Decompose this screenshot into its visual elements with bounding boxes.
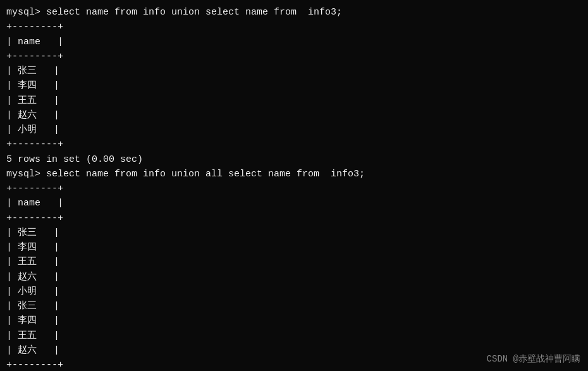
terminal-line-row2_6: | 张三 | <box>6 299 582 313</box>
terminal-line-row2_1: | 张三 | <box>6 226 582 240</box>
terminal-line-row2_4: | 赵六 | <box>6 270 582 284</box>
terminal-line-summary1: 5 rows in set (0.00 sec) <box>6 152 582 167</box>
terminal-line-border1: +--------+ <box>6 20 582 34</box>
terminal-line-border4: +--------+ <box>6 181 582 196</box>
terminal-line-border5: +--------+ <box>6 211 582 226</box>
terminal-line-row2_7: | 李四 | <box>6 313 582 328</box>
watermark: CSDN @赤壁战神曹阿瞒 <box>487 353 580 365</box>
terminal-line-row1_3: | 王五 | <box>6 94 582 108</box>
terminal-line-cmd2: mysql> select name from info union all s… <box>6 167 582 181</box>
terminal-line-row1_5: | 小明 | <box>6 123 582 137</box>
terminal-line-header1: | name | <box>6 35 582 49</box>
terminal-line-border3: +--------+ <box>6 137 582 152</box>
terminal: mysql> select name from info union selec… <box>0 0 588 371</box>
terminal-line-row1_4: | 赵六 | <box>6 108 582 123</box>
terminal-line-row2_8: | 王五 | <box>6 329 582 343</box>
terminal-line-row2_3: | 王五 | <box>6 255 582 269</box>
terminal-line-header2: | name | <box>6 196 582 210</box>
terminal-line-row1_2: | 李四 | <box>6 78 582 93</box>
terminal-line-row2_2: | 李四 | <box>6 240 582 255</box>
terminal-line-cmd1: mysql> select name from info union selec… <box>6 5 582 20</box>
terminal-line-row1_1: | 张三 | <box>6 64 582 78</box>
terminal-line-border2: +--------+ <box>6 49 582 64</box>
terminal-line-row2_5: | 小明 | <box>6 284 582 299</box>
